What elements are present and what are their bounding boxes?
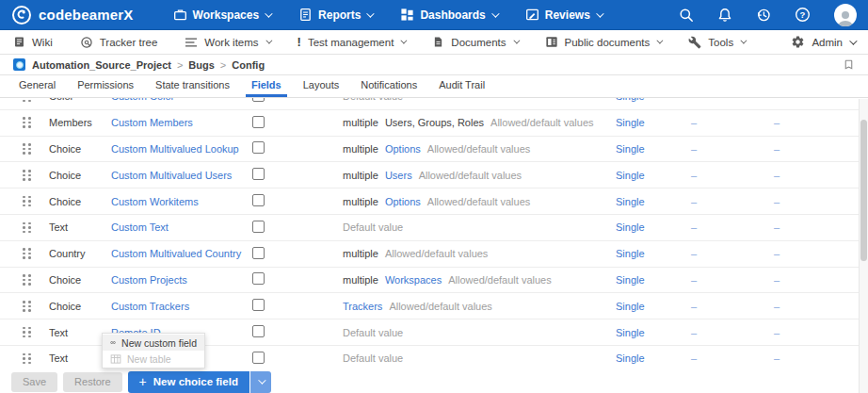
- nav-item-test-management[interactable]: ! Test management: [297, 35, 406, 49]
- field-name-link[interactable]: Custom Multivalued Country: [111, 248, 252, 259]
- dash-link[interactable]: –: [774, 98, 859, 102]
- drag-handle-icon[interactable]: [23, 143, 31, 155]
- field-checkbox[interactable]: [252, 352, 265, 364]
- field-checkbox[interactable]: [252, 194, 265, 206]
- topbar-menu-workspaces[interactable]: Workspaces: [173, 8, 270, 22]
- dash-link[interactable]: –: [691, 327, 774, 338]
- value-link[interactable]: Trackers: [343, 301, 382, 312]
- field-checkbox[interactable]: [252, 299, 265, 311]
- breadcrumb-page[interactable]: Config: [232, 59, 265, 71]
- help-icon[interactable]: ?: [795, 7, 811, 23]
- field-name-link[interactable]: Custom Workitems: [111, 196, 252, 207]
- drag-handle-icon[interactable]: [23, 353, 31, 365]
- field-name-link[interactable]: Custom Text: [111, 221, 252, 233]
- nav-item-documents[interactable]: Documents: [432, 36, 517, 48]
- nav-item-admin[interactable]: Admin: [791, 35, 855, 49]
- single-link[interactable]: Single: [616, 117, 691, 128]
- value-link[interactable]: Options: [385, 143, 421, 155]
- dash-link[interactable]: –: [691, 170, 774, 181]
- field-checkbox[interactable]: [252, 272, 265, 285]
- single-link[interactable]: Single: [616, 98, 691, 102]
- dash-link[interactable]: –: [691, 196, 774, 207]
- tab-notifications[interactable]: Notifications: [355, 75, 423, 97]
- dash-link[interactable]: –: [774, 274, 859, 286]
- field-checkbox[interactable]: [252, 168, 265, 180]
- dash-link[interactable]: –: [691, 352, 774, 364]
- save-button[interactable]: Save: [11, 372, 57, 392]
- value-link[interactable]: Users: [385, 170, 412, 181]
- topbar-menu-dashboards[interactable]: Dashboards: [400, 8, 496, 22]
- dash-link[interactable]: –: [691, 221, 774, 233]
- dash-link[interactable]: –: [774, 143, 859, 155]
- drag-handle-icon[interactable]: [23, 274, 31, 286]
- field-checkbox[interactable]: [252, 247, 265, 259]
- tab-permissions[interactable]: Permissions: [72, 75, 139, 97]
- single-link[interactable]: Single: [616, 301, 691, 312]
- dash-link[interactable]: –: [691, 301, 774, 312]
- drag-handle-icon[interactable]: [23, 248, 31, 259]
- field-checkbox[interactable]: [252, 221, 265, 233]
- single-link[interactable]: Single: [616, 221, 691, 233]
- single-link[interactable]: Single: [616, 143, 691, 155]
- field-name-link[interactable]: Custom Multivalued Users: [111, 170, 252, 181]
- nav-item-public-documents[interactable]: Public documents: [545, 36, 662, 48]
- dash-link[interactable]: –: [691, 143, 774, 155]
- drag-handle-icon[interactable]: [23, 98, 31, 102]
- dash-link[interactable]: –: [691, 248, 774, 259]
- bookmark-icon[interactable]: [843, 58, 855, 71]
- field-name-link[interactable]: Custom Multivalued Lookup: [111, 143, 252, 155]
- field-checkbox[interactable]: [252, 325, 265, 337]
- dash-link[interactable]: –: [774, 327, 859, 338]
- vertical-scrollbar[interactable]: [859, 99, 868, 393]
- tab-state-transitions[interactable]: State transitions: [150, 75, 235, 97]
- single-link[interactable]: Single: [616, 274, 691, 286]
- single-link[interactable]: Single: [616, 248, 691, 259]
- codebeamer-logo[interactable]: codebeamerX: [11, 5, 134, 25]
- scrollbar-thumb[interactable]: [860, 120, 867, 261]
- single-link[interactable]: Single: [616, 352, 691, 364]
- nav-item-tools[interactable]: Tools: [688, 36, 745, 49]
- drag-handle-icon[interactable]: [23, 222, 31, 234]
- dash-link[interactable]: –: [774, 196, 859, 207]
- value-link[interactable]: Workspaces: [385, 274, 442, 286]
- breadcrumb-project[interactable]: Automation_Source_Project: [32, 59, 171, 71]
- tab-fields[interactable]: Fields: [246, 75, 287, 97]
- new-choice-field-button[interactable]: + New choice field: [128, 371, 249, 393]
- nav-item-wiki[interactable]: Wiki: [13, 36, 53, 48]
- topbar-menu-reviews[interactable]: Reviews: [525, 8, 602, 22]
- drag-handle-icon[interactable]: [23, 301, 31, 312]
- notifications-icon[interactable]: [717, 8, 732, 23]
- single-link[interactable]: Single: [616, 170, 691, 181]
- topbar-menu-reports[interactable]: Reports: [298, 8, 372, 22]
- new-field-dropdown-toggle[interactable]: [250, 371, 271, 393]
- single-link[interactable]: Single: [616, 327, 691, 338]
- menu-item-new-custom-field[interactable]: New custom field: [103, 335, 204, 351]
- drag-handle-icon[interactable]: [23, 117, 31, 128]
- tab-general[interactable]: General: [13, 75, 61, 97]
- dash-link[interactable]: –: [774, 352, 859, 364]
- dash-link[interactable]: –: [774, 117, 859, 128]
- nav-item-tracker-tree[interactable]: Tracker tree: [80, 36, 158, 49]
- dash-link[interactable]: –: [691, 274, 774, 286]
- user-avatar[interactable]: [834, 4, 857, 26]
- dash-link[interactable]: –: [691, 98, 774, 102]
- field-checkbox[interactable]: [252, 98, 265, 102]
- single-link[interactable]: Single: [616, 196, 691, 207]
- dash-link[interactable]: –: [774, 248, 859, 259]
- dash-link[interactable]: –: [774, 170, 859, 181]
- menu-item-new-table[interactable]: New table: [103, 351, 204, 367]
- tab-audit-trail[interactable]: Audit Trail: [433, 75, 490, 97]
- field-name-link[interactable]: Custom Trackers: [111, 301, 252, 312]
- breadcrumb-tracker[interactable]: Bugs: [188, 59, 215, 71]
- field-checkbox[interactable]: [252, 141, 265, 154]
- drag-handle-icon[interactable]: [23, 196, 31, 207]
- drag-handle-icon[interactable]: [23, 170, 31, 181]
- dash-link[interactable]: –: [774, 221, 859, 233]
- tab-layouts[interactable]: Layouts: [297, 75, 346, 97]
- search-icon[interactable]: [679, 8, 694, 23]
- drag-handle-icon[interactable]: [23, 327, 31, 338]
- field-checkbox[interactable]: [252, 116, 265, 128]
- history-icon[interactable]: [756, 8, 771, 23]
- field-name-link[interactable]: Custom Projects: [111, 274, 252, 286]
- field-name-link[interactable]: Custom Members: [111, 117, 252, 128]
